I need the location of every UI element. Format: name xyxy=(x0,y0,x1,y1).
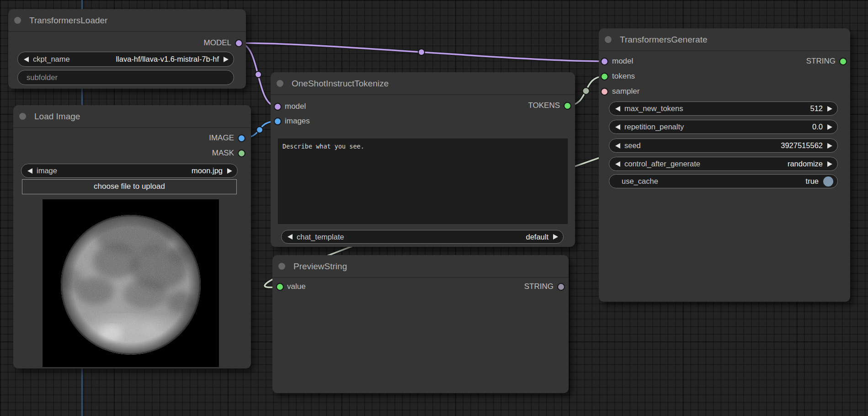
widget-use-cache[interactable]: use_cache true xyxy=(609,174,838,188)
widget-label: subfolder xyxy=(27,73,58,82)
title-bar[interactable]: Load Image xyxy=(13,105,251,128)
widget-value[interactable]: llava-hf/llava-v1.6-mistral-7b-hf xyxy=(116,55,219,64)
output-port-tokens[interactable] xyxy=(564,102,571,110)
input-label-model: model xyxy=(612,55,633,67)
stepper-right-icon[interactable] xyxy=(827,124,832,130)
node-transformers-loader[interactable]: TransformersLoader MODEL ckpt_name llava… xyxy=(8,9,246,89)
input-label-images: images xyxy=(285,115,310,127)
output-port-model[interactable] xyxy=(235,39,243,47)
node-title: PreviewString xyxy=(293,255,347,277)
collapse-dot-icon[interactable] xyxy=(19,113,26,120)
output-port-string[interactable] xyxy=(839,58,847,65)
widget-value[interactable]: 3927515562 xyxy=(781,141,823,150)
input-port-model[interactable] xyxy=(601,58,608,65)
collapse-dot-icon[interactable] xyxy=(605,36,612,43)
widget-label: control_after_generate xyxy=(624,160,700,168)
widget-max-new-tokens[interactable]: max_new_tokens 512 xyxy=(609,101,838,116)
widget-value[interactable]: default xyxy=(526,233,548,241)
collapse-dot-icon[interactable] xyxy=(277,80,283,87)
input-port-tokens[interactable] xyxy=(601,73,608,80)
output-port-mask[interactable] xyxy=(238,149,245,157)
stepper-left-icon[interactable] xyxy=(615,106,620,112)
link-dot-model-oneshot[interactable] xyxy=(255,71,261,78)
widget-label: use_cache xyxy=(622,177,658,186)
stepper-right-icon[interactable] xyxy=(827,143,832,149)
collapse-dot-icon[interactable] xyxy=(14,17,21,24)
widget-label: ckpt_name xyxy=(33,55,70,64)
stepper-left-icon[interactable] xyxy=(615,143,620,149)
widget-chat-template[interactable]: chat_template default xyxy=(281,230,564,244)
output-label-string: STRING xyxy=(524,281,554,293)
widget-value: true xyxy=(806,177,819,186)
widget-value[interactable]: 0.0 xyxy=(812,123,823,131)
choose-file-button[interactable]: choose file to upload xyxy=(22,179,237,194)
input-label-tokens: tokens xyxy=(612,70,635,82)
widget-value[interactable]: 512 xyxy=(810,104,823,113)
widget-subfolder[interactable]: subfolder xyxy=(17,70,234,85)
output-label-string: STRING xyxy=(806,55,836,67)
node-load-image[interactable]: Load Image IMAGE MASK image moon.jpg cho… xyxy=(13,105,251,368)
node-title: Load Image xyxy=(34,105,80,127)
link-dot-image[interactable] xyxy=(256,127,263,133)
node-graph-canvas[interactable]: TransformersLoader MODEL ckpt_name llava… xyxy=(0,0,868,416)
title-bar[interactable]: OneShotInstructTokenize xyxy=(271,72,575,95)
title-bar[interactable]: PreviewString xyxy=(272,255,569,278)
prompt-textarea[interactable]: Describe what you see. xyxy=(278,139,568,224)
stepper-right-icon[interactable] xyxy=(553,234,558,240)
node-transformers-generate[interactable]: TransformersGenerate model tokens sample… xyxy=(599,28,850,302)
title-bar[interactable]: TransformersLoader xyxy=(8,9,246,32)
widget-image[interactable]: image moon.jpg xyxy=(21,164,238,178)
input-label-sampler: sampler xyxy=(612,85,639,97)
widget-seed[interactable]: seed 3927515562 xyxy=(609,139,838,153)
node-title: OneShotInstructTokenize xyxy=(292,72,389,94)
widget-value[interactable]: moon.jpg xyxy=(192,166,223,175)
input-label-model: model xyxy=(285,101,306,112)
input-label-value: value xyxy=(287,281,306,293)
output-port-string[interactable] xyxy=(557,283,565,291)
widget-label: chat_template xyxy=(297,233,344,241)
widget-label: max_new_tokens xyxy=(624,104,683,113)
stepper-right-icon[interactable] xyxy=(827,106,832,112)
input-port-model[interactable] xyxy=(274,103,282,111)
output-label-model: MODEL xyxy=(204,37,231,49)
widget-label: repetition_penalty xyxy=(624,123,684,131)
stepper-left-icon[interactable] xyxy=(615,161,620,167)
output-port-image[interactable] xyxy=(238,134,245,142)
stepper-left-icon[interactable] xyxy=(27,168,32,174)
node-title: TransformersGenerate xyxy=(620,28,707,50)
widget-value[interactable]: randomize xyxy=(788,160,823,168)
collapse-dot-icon[interactable] xyxy=(278,263,285,270)
stepper-left-icon[interactable] xyxy=(24,57,29,62)
node-oneshot-instruct-tokenize[interactable]: OneShotInstructTokenize model images TOK… xyxy=(271,72,575,247)
input-port-value[interactable] xyxy=(276,283,284,291)
stepper-left-icon[interactable] xyxy=(615,124,620,130)
use-cache-toggle[interactable] xyxy=(823,176,833,187)
input-port-images[interactable] xyxy=(274,117,282,125)
stepper-right-icon[interactable] xyxy=(827,161,832,167)
title-bar[interactable]: TransformersGenerate xyxy=(599,28,850,51)
stepper-right-icon[interactable] xyxy=(227,168,232,174)
stepper-right-icon[interactable] xyxy=(224,57,229,62)
widget-control-after-generate[interactable]: control_after_generate randomize xyxy=(609,157,838,171)
input-port-sampler[interactable] xyxy=(601,88,608,96)
moon-image xyxy=(43,199,219,367)
node-preview-string[interactable]: PreviewString value STRING xyxy=(272,255,569,393)
output-label-mask: MASK xyxy=(212,147,234,159)
link-dot-tokens[interactable] xyxy=(583,88,590,95)
output-label-image: IMAGE xyxy=(209,132,234,144)
widget-label: seed xyxy=(624,141,641,150)
node-title: TransformersLoader xyxy=(29,9,107,31)
stepper-left-icon[interactable] xyxy=(288,234,293,240)
widget-label: image xyxy=(37,166,57,175)
output-label-tokens: TOKENS xyxy=(528,100,560,112)
link-dot-model-generate[interactable] xyxy=(418,49,425,55)
widget-ckpt-name[interactable]: ckpt_name llava-hf/llava-v1.6-mistral-7b… xyxy=(17,52,234,67)
widget-repetition-penalty[interactable]: repetition_penalty 0.0 xyxy=(609,120,838,134)
